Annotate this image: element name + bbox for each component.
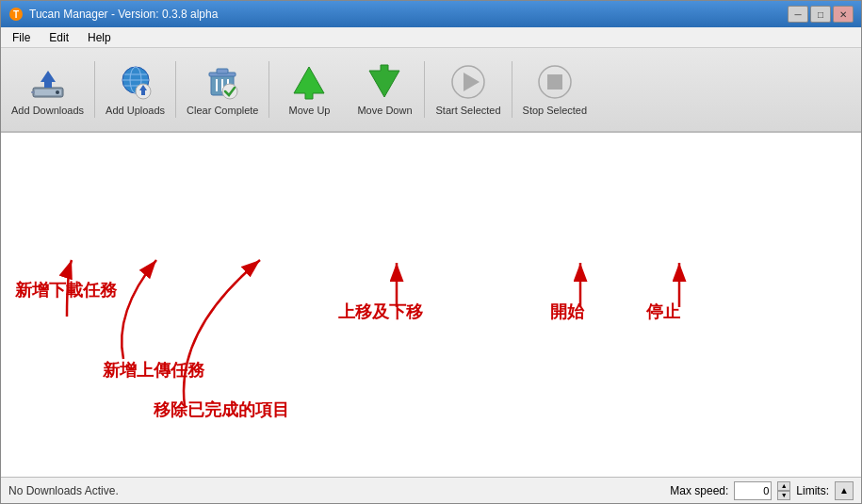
annotation-start: 開始 bbox=[550, 301, 584, 323]
status-text: No Downloads Active. bbox=[8, 484, 119, 497]
arrow-up-icon bbox=[290, 63, 328, 101]
statusbar-right: Max speed: ▲ ▼ Limits: ▲ bbox=[670, 481, 854, 500]
main-window: T Tucan Manager - Version: 0.3.8 alpha ─… bbox=[0, 0, 862, 504]
stop-icon bbox=[536, 63, 574, 101]
download-icon bbox=[29, 63, 67, 101]
svg-text:T: T bbox=[13, 9, 19, 20]
annotation-stop: 停止 bbox=[646, 301, 680, 323]
speed-spinner: ▲ ▼ bbox=[777, 481, 790, 500]
limits-button[interactable]: ▲ bbox=[835, 481, 854, 500]
clear-complete-button[interactable]: Clear Complete bbox=[178, 53, 267, 126]
move-up-label: Move Up bbox=[288, 105, 330, 116]
maximize-button[interactable]: □ bbox=[810, 6, 831, 23]
upload-icon bbox=[117, 63, 155, 101]
main-content: 新增下載任務 新增上傳任務 移除已完成的項目 bbox=[1, 133, 861, 477]
start-selected-label: Start Selected bbox=[435, 105, 500, 116]
svg-marker-24 bbox=[464, 73, 480, 91]
speed-down-button[interactable]: ▼ bbox=[777, 491, 790, 500]
annotation-clear-complete: 移除已完成的項目 bbox=[154, 398, 289, 421]
separator-4 bbox=[424, 61, 425, 118]
menubar: File Edit Help bbox=[1, 27, 861, 48]
svg-rect-26 bbox=[547, 74, 562, 89]
svg-point-4 bbox=[56, 90, 59, 94]
title-bar: T Tucan Manager - Version: 0.3.8 alpha ─… bbox=[1, 1, 861, 27]
move-down-label: Move Down bbox=[357, 105, 412, 116]
window-controls: ─ □ ✕ bbox=[788, 6, 854, 23]
annotation-move: 上移及下移 bbox=[338, 301, 423, 323]
menu-file[interactable]: File bbox=[5, 29, 38, 45]
toolbar: Add Downloads Add Uploads bbox=[1, 48, 861, 133]
add-downloads-button[interactable]: Add Downloads bbox=[3, 53, 92, 126]
menu-edit[interactable]: Edit bbox=[41, 29, 76, 45]
max-speed-label: Max speed: bbox=[670, 484, 728, 497]
svg-marker-22 bbox=[369, 65, 399, 97]
stop-selected-button[interactable]: Stop Selected bbox=[514, 53, 596, 126]
add-uploads-button[interactable]: Add Uploads bbox=[97, 53, 173, 126]
menu-help[interactable]: Help bbox=[80, 29, 119, 45]
speed-up-button[interactable]: ▲ bbox=[777, 481, 790, 491]
separator-5 bbox=[512, 61, 512, 118]
limits-label: Limits: bbox=[796, 484, 829, 497]
separator-1 bbox=[94, 61, 95, 118]
statusbar: No Downloads Active. Max speed: ▲ ▼ Limi… bbox=[1, 477, 861, 503]
app-icon: T bbox=[8, 7, 24, 22]
add-downloads-label: Add Downloads bbox=[11, 105, 84, 116]
play-icon bbox=[449, 63, 487, 101]
move-up-button[interactable]: Move Up bbox=[271, 53, 347, 126]
start-selected-button[interactable]: Start Selected bbox=[427, 53, 509, 126]
add-uploads-label: Add Uploads bbox=[106, 105, 165, 116]
max-speed-input[interactable] bbox=[734, 481, 772, 500]
svg-marker-5 bbox=[41, 71, 56, 88]
minimize-button[interactable]: ─ bbox=[788, 6, 808, 23]
separator-3 bbox=[268, 61, 269, 118]
arrow-clear-complete bbox=[166, 255, 307, 415]
separator-2 bbox=[175, 61, 176, 118]
svg-marker-21 bbox=[294, 67, 324, 99]
stop-selected-label: Stop Selected bbox=[523, 105, 588, 116]
clear-complete-label: Clear Complete bbox=[187, 105, 258, 116]
window-title: Tucan Manager - Version: 0.3.8 alpha bbox=[29, 8, 218, 21]
close-button[interactable]: ✕ bbox=[833, 6, 854, 23]
svg-rect-6 bbox=[31, 91, 35, 93]
clear-icon bbox=[203, 63, 241, 101]
svg-rect-16 bbox=[217, 69, 228, 73]
title-bar-left: T Tucan Manager - Version: 0.3.8 alpha bbox=[8, 7, 218, 22]
arrow-down-icon bbox=[366, 63, 403, 101]
move-down-button[interactable]: Move Down bbox=[347, 53, 422, 126]
